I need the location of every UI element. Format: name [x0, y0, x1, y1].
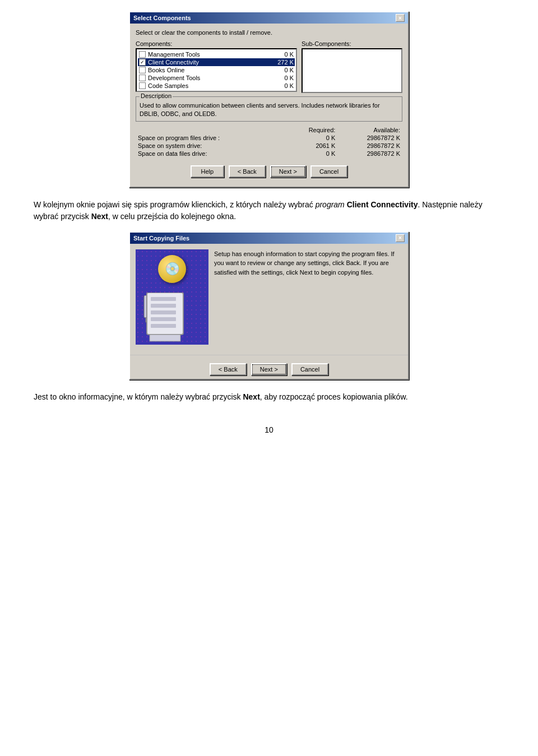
space-row-system: Space on system drive: 2061 K 29867872 K: [136, 142, 402, 150]
subcomponents-panel: Sub-Components:: [302, 40, 402, 93]
item-size-books-online: 0 K: [274, 67, 294, 73]
space-available-program: 29867872 K: [337, 134, 402, 142]
back-button[interactable]: < Back: [229, 165, 266, 178]
list-item[interactable]: Books Online 0 K: [138, 66, 295, 74]
svg-rect-13: [151, 297, 176, 301]
dialog1-titlebar: Select Components ×: [130, 12, 408, 24]
dialog2-close-button[interactable]: ×: [396, 234, 405, 242]
item-name-books-online: Books Online: [148, 67, 272, 73]
space-label-program: Space on program files drive :: [136, 134, 284, 142]
dialog1-close-button[interactable]: ×: [396, 14, 405, 22]
dialog2-separator: [130, 355, 408, 355]
space-required-program: 0 K: [284, 134, 338, 142]
item-name-development-tools: Development Tools: [148, 75, 272, 81]
para2-text-before: Jest to okno informacyjne, w którym nale…: [34, 392, 243, 401]
components-listbox[interactable]: Management Tools 0 K ✓ Client Connectivi…: [136, 48, 297, 92]
svg-rect-16: [151, 317, 176, 321]
server-large-front: [144, 293, 189, 345]
help-button[interactable]: Help: [191, 165, 224, 178]
para1-italic: program: [316, 200, 347, 209]
page-number: 10: [34, 425, 504, 434]
space-label-system: Space on system drive:: [136, 142, 284, 150]
para1-next-bold: Next: [91, 212, 108, 221]
item-name-management-tools: Management Tools: [148, 51, 272, 58]
svg-rect-17: [151, 324, 176, 328]
item-size-management-tools: 0 K: [274, 51, 294, 58]
checkbox-code-samples[interactable]: [139, 82, 146, 89]
svg-rect-15: [151, 310, 176, 314]
svg-rect-14: [151, 304, 176, 308]
space-available-data: 29867872 K: [337, 150, 402, 157]
list-item[interactable]: Development Tools 0 K: [138, 74, 295, 82]
description-text: Used to allow communication between clie…: [140, 101, 398, 119]
paragraph1: W kolejnym oknie pojawi się spis program…: [34, 199, 504, 222]
start-copying-dialog: Start Copying Files × 💿: [129, 231, 409, 380]
dialog2-back-button[interactable]: < Back: [210, 363, 247, 375]
space-row-data: Space on data files drive: 0 K 29867872 …: [136, 150, 402, 157]
list-item[interactable]: Code Samples 0 K: [138, 82, 295, 90]
dot-background: 💿: [136, 249, 208, 345]
item-size-client-connectivity: 272 K: [274, 59, 294, 66]
components-label: Components:: [136, 40, 297, 47]
select-components-dialog: Select Components × Select or clear the …: [129, 11, 409, 188]
description-legend: Description: [140, 92, 173, 99]
svg-rect-18: [150, 335, 180, 341]
cancel-button[interactable]: Cancel: [310, 165, 347, 178]
dialog1-subtitle: Select or clear the components to instal…: [136, 29, 402, 36]
item-name-code-samples: Code Samples: [148, 82, 272, 89]
checkbox-client-connectivity[interactable]: ✓: [139, 59, 146, 66]
space-available-system: 29867872 K: [337, 142, 402, 150]
para1-italic-text: program: [316, 200, 347, 209]
item-size-development-tools: 0 K: [274, 75, 294, 81]
list-item[interactable]: ✓ Client Connectivity 272 K: [138, 58, 295, 66]
space-label-data: Space on data files drive:: [136, 150, 284, 157]
item-size-code-samples: 0 K: [274, 82, 294, 89]
dialog2-text: Setup has enough information to start co…: [214, 249, 402, 345]
dialog2-body: 💿: [130, 244, 408, 350]
list-item[interactable]: Management Tools 0 K: [138, 50, 295, 58]
subcomponents-listbox[interactable]: [302, 48, 402, 93]
space-required-system: 2061 K: [284, 142, 338, 150]
para1-text-before: W kolejnym oknie pojawi się spis program…: [34, 200, 316, 209]
para1-bold: Client Connectivity: [347, 200, 418, 209]
para2-next-bold: Next: [243, 392, 259, 401]
space-available-header: Available:: [337, 126, 402, 134]
gold-circle-icon: 💿: [158, 255, 186, 283]
dialog1-buttons: Help < Back Next > Cancel: [136, 162, 402, 181]
dialog1-title: Select Components: [133, 15, 191, 21]
dialog2-title: Start Copying Files: [133, 235, 189, 242]
space-table: Required: Available: Space on program fi…: [136, 126, 402, 157]
para2-text-after: , aby rozpocząć proces kopiowania plików…: [260, 392, 408, 401]
para1-text-end: , w celu przejścia do kolejnego okna.: [108, 212, 236, 221]
checkbox-books-online[interactable]: [139, 67, 146, 73]
components-panel: Components: Management Tools 0 K ✓ Clien…: [136, 40, 297, 93]
dialog2-buttons: < Back Next > Cancel: [130, 360, 408, 379]
checkbox-development-tools[interactable]: [139, 75, 146, 81]
dialog2-next-button[interactable]: Next >: [251, 363, 287, 375]
space-row-program: Space on program files drive : 0 K 29867…: [136, 134, 402, 142]
dialog2-cancel-button[interactable]: Cancel: [291, 363, 328, 375]
item-name-client-connectivity: Client Connectivity: [148, 59, 272, 66]
dialog2-illustration: 💿: [136, 249, 208, 345]
space-required-data: 0 K: [284, 150, 338, 157]
space-required-header: Required:: [284, 126, 338, 134]
paragraph2: Jest to okno informacyjne, w którym nale…: [34, 391, 504, 403]
next-button[interactable]: Next >: [270, 165, 306, 178]
checkbox-management-tools[interactable]: [139, 51, 146, 58]
subcomponents-label: Sub-Components:: [302, 40, 402, 47]
description-group: Description Used to allow communication …: [136, 96, 402, 122]
para1-bold-text: Client Connectivity: [347, 200, 418, 209]
dialog2-titlebar: Start Copying Files ×: [130, 233, 408, 244]
